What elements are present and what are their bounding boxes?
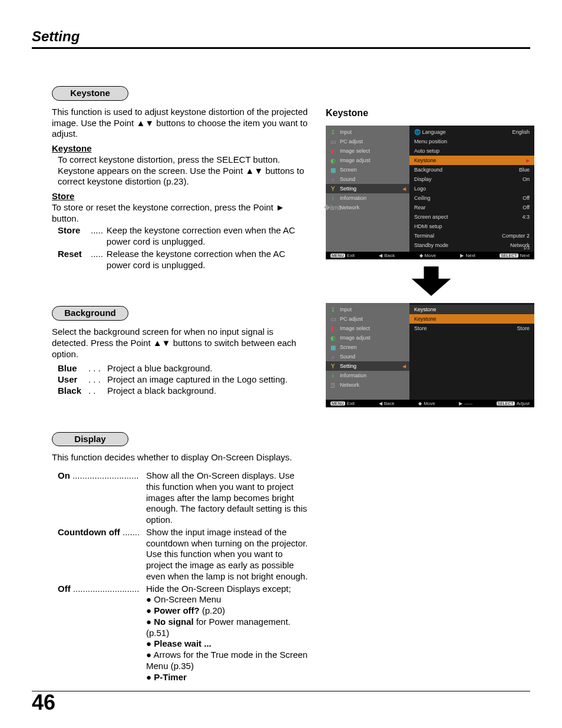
- off-term: Off: [58, 584, 71, 594]
- menu-label: Image select: [340, 325, 370, 331]
- menu-icon: ▭: [329, 138, 336, 145]
- keystone-reset-row: Reset ..... Release the keystone correct…: [58, 249, 310, 271]
- osd1-settings-list: 1/3 🌐 LanguageEnglishMenu positionAuto s…: [409, 126, 534, 252]
- menu-label: Input: [340, 129, 352, 135]
- osd2-move: ◆Move: [418, 401, 435, 406]
- bg-blue-term: Blue: [58, 363, 85, 374]
- keystone-store-row: Store ..... Keep the keystone correction…: [58, 225, 310, 248]
- osd-screenshot-1: ↧Input▭PC adjust◧Image select◐Image adju…: [326, 126, 534, 259]
- off-li-3: No signal for Power management. (p.51): [146, 617, 310, 639]
- osd-setting-row: Menu position: [409, 137, 534, 146]
- off-li-4: Please wait ...: [146, 638, 310, 650]
- osd-menu-item: ↧Input: [326, 305, 409, 314]
- globe-icon: 🌐: [414, 129, 422, 135]
- menu-icon: ◐: [329, 334, 336, 341]
- menu-icon: ⍰: [329, 381, 336, 388]
- page-number: 46: [32, 690, 55, 715]
- on-dots: ...........................: [70, 470, 139, 480]
- osd1-footer: MENUExit ◀Back ◆Move ▶Next SELECTNext: [326, 252, 534, 259]
- menu-label: Network: [340, 382, 359, 388]
- menu-icon: ♪: [329, 176, 336, 183]
- setting-label: Rear: [414, 205, 426, 210]
- setting-label: Keystone: [414, 316, 437, 322]
- setting-label: HDMI setup: [414, 223, 442, 229]
- menu-icon: ♪: [329, 353, 336, 360]
- menu-icon: �ămb: [329, 204, 336, 211]
- keystone-tag: Keystone: [52, 86, 128, 101]
- menu-label: Input: [340, 307, 352, 312]
- menu-icon: ▦: [329, 166, 336, 173]
- osd-setting-row: Keystone: [409, 314, 534, 324]
- osd2-sel: SELECTAdjust: [497, 401, 530, 406]
- menu-label: Image adjust: [340, 335, 371, 341]
- setting-label: Store: [414, 325, 427, 331]
- svg-marker-0: [412, 266, 451, 296]
- reset-dots: .....: [91, 249, 103, 271]
- menu-label: Screen: [340, 344, 357, 350]
- osd-setting-row: Standby modeNetwork: [409, 241, 534, 250]
- display-intro: This function decides whether to display…: [52, 452, 310, 463]
- menu-label: PC adjust: [340, 316, 363, 322]
- menu-icon: i: [329, 195, 336, 202]
- setting-label: Menu position: [414, 139, 447, 144]
- on-desc: Show all the On-Screen displays. Use thi…: [146, 470, 310, 526]
- bg-user-desc: Project an image captured in the Logo se…: [107, 374, 287, 386]
- display-tag: Display: [52, 432, 128, 447]
- off-li-5: Arrows for the True mode in the Screen M…: [146, 650, 310, 672]
- page-title: Setting: [32, 28, 530, 45]
- setting-value: On: [523, 176, 530, 182]
- menu-icon: ▭: [329, 315, 336, 322]
- osd1-move: ◆Move: [419, 253, 437, 258]
- off-dots: ...........................: [71, 584, 140, 594]
- osd-menu-item: YSetting◀: [326, 184, 409, 193]
- down-arrow-icon: [326, 266, 537, 296]
- menu-icon: ◐: [329, 157, 336, 164]
- menu-icon: ↧: [329, 129, 336, 136]
- menu-label: Setting: [340, 186, 356, 192]
- setting-label: Keystone: [414, 157, 437, 163]
- osd2-next: ▶ -----: [459, 401, 472, 406]
- osd2-menu-list: ↧Input▭PC adjust◧Image select◐Image adju…: [326, 303, 409, 400]
- setting-label: Auto setup: [414, 148, 439, 154]
- setting-label: Display: [414, 176, 432, 182]
- osd-setting-row: BackgroundBlue: [409, 165, 534, 174]
- active-indicator-icon: ◀: [402, 186, 406, 192]
- osd-setting-row: 🌐 LanguageEnglish: [409, 127, 534, 137]
- menu-label: Sound: [340, 176, 355, 182]
- setting-value: English: [512, 129, 530, 135]
- osd-setting-row: StoreStore: [409, 324, 534, 333]
- osd-setting-row: HDMI setup: [409, 222, 534, 231]
- store-dots: .....: [91, 225, 103, 248]
- off-desc: Hide the On-Screen Displays except;: [146, 584, 291, 594]
- display-body: This function decides whether to display…: [52, 452, 310, 683]
- osd-setting-row: DisplayOn: [409, 174, 534, 184]
- osd-menu-item: YSetting◀: [326, 361, 409, 371]
- on-term: On: [58, 470, 70, 480]
- footer-line: [32, 691, 530, 691]
- osd-menu-item: �ămbNetwork: [326, 203, 409, 212]
- setting-label: 🌐 Language: [414, 129, 446, 135]
- osd2-settings-list: KeystoneStoreStore: [409, 314, 534, 333]
- content-right-column: Keystone ↧Input▭PC adjust◧Image select◐I…: [326, 108, 537, 407]
- menu-icon: ▦: [329, 344, 336, 351]
- osd-setting-row: Logo: [409, 184, 534, 193]
- bg-black-dots: . .: [88, 386, 104, 397]
- keystone-sub2-title: Store: [52, 191, 310, 202]
- osd-screenshot-2: ↧Input▭PC adjust◧Image select◐Image adju…: [326, 303, 534, 407]
- off-desc-block: Hide the On-Screen Displays except; On-S…: [146, 584, 310, 683]
- cd-term: Countdown off: [58, 527, 120, 537]
- setting-value: Store: [517, 325, 530, 331]
- display-cd-row: Countdown off ....... Show the input ima…: [58, 527, 310, 582]
- page-header: Setting: [32, 28, 530, 49]
- menu-label: Network: [340, 205, 359, 210]
- osd-setting-row: TerminalComputer 2: [409, 231, 534, 241]
- osd-menu-item: iInformation: [326, 193, 409, 203]
- osd1-sel: SELECTNext: [500, 253, 530, 258]
- osd-menu-item: ◧Image select: [326, 324, 409, 333]
- bg-black-row: Black . . Project a black background.: [58, 386, 310, 397]
- osd-setting-row: Keystone▶: [409, 156, 534, 165]
- setting-value: ▶: [526, 157, 530, 163]
- osd-setting-row: RearOff: [409, 203, 534, 212]
- menu-label: Sound: [340, 354, 355, 360]
- keystone-sub1-body: To correct keystone distortion, press th…: [58, 154, 310, 187]
